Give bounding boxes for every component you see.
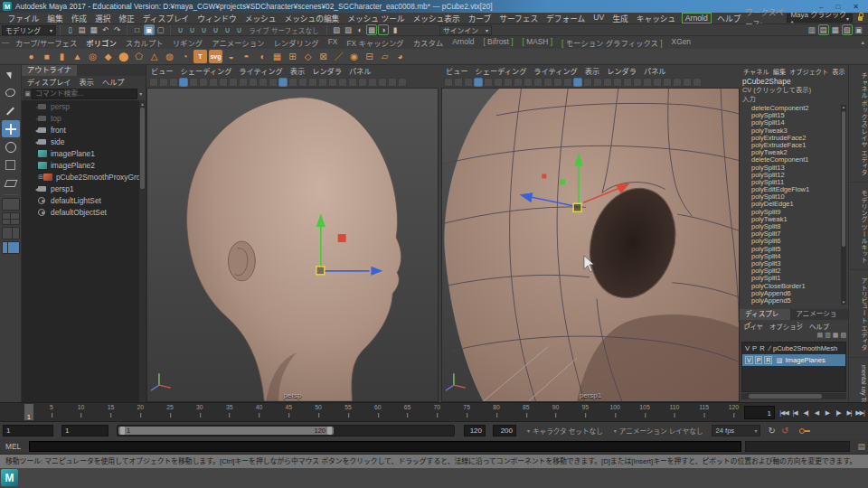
image-plane-icon[interactable] [484,78,493,87]
2d-pan-zoom-icon[interactable] [494,78,503,87]
snap-grid-icon[interactable]: ∪ [175,24,186,35]
bevel-icon[interactable]: ◇ [301,50,315,63]
playback-loop-icon[interactable]: ↻ [768,426,775,436]
motion-blur-icon[interactable] [643,78,652,87]
sidebar-tab[interactable]: アトリビュート エディタ [849,271,868,358]
layer-menu-item[interactable]: ヘルプ [809,321,829,331]
lock-camera-icon[interactable] [454,78,463,87]
menu-item[interactable]: ディスプレイ [138,13,193,24]
outliner-menu-item[interactable]: 表示 [80,76,94,87]
step-back-key-button[interactable]: ◀| [800,409,811,417]
command-result-field[interactable] [745,441,850,452]
sidebar-tab[interactable]: モデリング ツールキット [849,183,868,270]
move-tool[interactable] [2,120,20,137]
layer-list-hscrollbar[interactable] [741,393,846,399]
channel-box-scrollbar[interactable]: ▲ ▼ [841,105,846,305]
menu-item[interactable]: デフォーム [542,13,590,24]
snap-projected-center-icon[interactable]: ∪ [211,24,222,35]
target-weld-icon[interactable]: ◉ [347,50,361,63]
outliner-tab[interactable]: アウトライナ [22,65,77,76]
play-backwards-button[interactable]: ◀ [811,409,822,417]
outliner-item[interactable]: ⊞front [22,124,139,136]
playback-start-field[interactable]: 1 [61,425,108,436]
panel-menu-item[interactable]: ライティング [533,65,577,76]
resolution-gate-icon[interactable] [533,78,542,87]
ambient-occlusion-icon[interactable] [633,78,642,87]
xray-icon[interactable] [378,78,387,87]
shadows-icon[interactable] [328,78,337,87]
menu-item[interactable]: 生成 [609,13,632,24]
play-forwards-button[interactable]: ▶ [822,409,833,417]
multisample-aa-icon[interactable] [653,78,662,87]
outliner-filter-icon[interactable]: ▣ [24,89,32,99]
channel-box-menu-item[interactable]: 表示 [832,67,844,76]
resolution-gate-icon[interactable] [239,78,248,87]
time-tick[interactable]: 75 [463,404,470,410]
rotate-tool[interactable] [2,138,20,155]
layer-color-icon[interactable]: ▨ [776,356,782,364]
layer-reference-toggle[interactable]: R [760,344,764,352]
menu-item[interactable]: カーブ [464,13,495,24]
shelf-tab[interactable]: [ モーション グラフィックス ] [557,37,667,48]
menu-item[interactable]: 修正 [115,13,138,24]
paint-select-tool[interactable] [2,102,20,119]
layout-outliner-persp-button[interactable] [2,241,20,254]
animation-layer-selector[interactable]: ▾アニメーション レイヤなし [614,426,703,436]
lock-camera-icon[interactable] [159,78,168,87]
step-forward-frame-button[interactable]: ▶| [844,409,854,417]
textured-mode-icon[interactable] [603,78,612,87]
grid-icon[interactable] [219,78,228,87]
image-plane-icon[interactable] [189,78,198,87]
time-slider[interactable]: 5101520253035404550556065707580859095100… [0,402,868,422]
safe-action-icon[interactable] [269,78,278,87]
bridge-icon[interactable]: ⊠ [316,50,330,63]
menu-item[interactable]: ファイル [4,13,43,24]
time-tick[interactable]: 40 [256,404,263,410]
shelf-tab[interactable]: [ Bifrost ] [478,37,517,48]
time-tick[interactable]: 100 [610,404,620,410]
camera-attributes-icon[interactable] [464,78,473,87]
grease-pencil-icon[interactable] [209,78,218,87]
safe-action-icon[interactable] [563,78,572,87]
select-camera-icon[interactable] [444,78,453,87]
outliner-item[interactable]: ⊞top [22,112,139,124]
lasso-tool[interactable] [2,84,20,101]
outliner-item[interactable]: ⊞persp [22,100,139,112]
persp1-canvas[interactable]: persp1 [441,88,740,402]
menu-item[interactable]: 選択 [91,13,115,24]
time-tick[interactable]: 10 [78,404,85,410]
multisample-aa-icon[interactable] [358,78,367,87]
shelf-tab[interactable]: [ MASH ] [518,37,558,48]
motion-blur-icon[interactable] [348,78,357,87]
poly-pipe-icon[interactable]: ◍ [163,50,176,63]
command-input[interactable] [29,441,741,452]
layer-editor-tab[interactable]: ディスプレイ [740,309,790,320]
2d-pan-zoom-icon[interactable] [199,78,208,87]
layout-four-pane-button[interactable] [2,212,20,225]
shelf-tab[interactable]: [ レンダリング ] [269,37,324,48]
gamma-icon[interactable] [693,78,702,87]
panel-menu-item[interactable]: シェーディング [476,65,527,76]
gamma-icon[interactable] [398,78,407,87]
time-tick[interactable]: 115 [699,404,709,410]
menu-item[interactable]: キャッシュ [632,13,679,24]
select-object-icon[interactable]: ▣ [144,24,155,35]
channel-box-menu-item[interactable]: オブジェクト [789,67,828,76]
time-tick[interactable]: 110 [669,404,679,410]
textured-mode-icon[interactable] [308,78,317,87]
select-hierarchy-icon[interactable]: □ [132,24,143,35]
history-node-item[interactable]: polyAppend5 [740,297,840,305]
menu-item[interactable]: UV [590,13,609,24]
layer-menu-item[interactable]: レイヤ [743,321,763,331]
menu-item[interactable]: 編集 [43,13,67,24]
snap-view-plane-icon[interactable]: ∪ [222,24,233,35]
shadows-icon[interactable] [623,78,632,87]
quad-draw-icon[interactable]: ▱ [378,50,392,63]
time-tick[interactable]: 30 [196,404,203,410]
poly-sphere-icon[interactable]: ● [24,50,38,63]
shelf-tab[interactable]: [ リギング ] [168,37,208,48]
select-component-icon[interactable]: ▢ [156,24,166,35]
layer-editor-tab[interactable]: アニメーション [790,309,848,320]
step-forward-key-button[interactable]: |▶ [833,409,844,417]
outliner-item[interactable]: ⊞defaultLightSet [22,194,139,206]
